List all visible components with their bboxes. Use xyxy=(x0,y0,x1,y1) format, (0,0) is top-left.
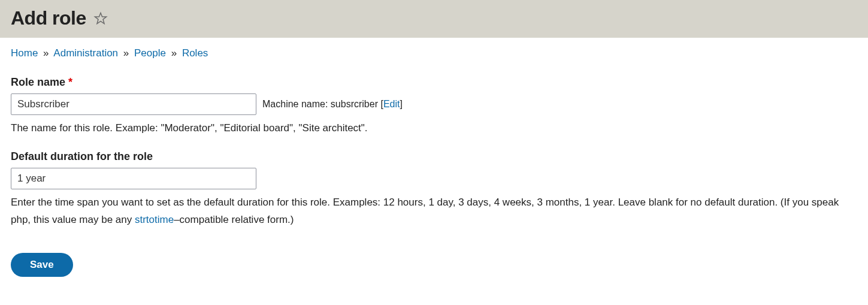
breadcrumb-separator: » xyxy=(123,47,129,59)
machine-name-text: Machine name: subsrcriber [Edit] xyxy=(262,99,403,110)
duration-description: Enter the time span you want to set as t… xyxy=(11,194,857,229)
star-icon[interactable] xyxy=(93,11,108,26)
required-marker: * xyxy=(68,76,72,88)
role-name-group: Role name * Machine name: subsrcriber [E… xyxy=(11,76,857,137)
role-name-row: Machine name: subsrcriber [Edit] xyxy=(11,93,857,115)
machine-name-edit-link[interactable]: Edit xyxy=(383,99,400,109)
page-header: Add role xyxy=(0,0,868,38)
svg-marker-0 xyxy=(95,13,106,23)
role-name-label: Role name * xyxy=(11,76,857,89)
duration-row xyxy=(11,168,857,189)
breadcrumb-people[interactable]: People xyxy=(134,47,166,59)
breadcrumb: Home » Administration » People » Roles xyxy=(11,47,857,59)
content: Home » Administration » People » Roles R… xyxy=(0,38,868,291)
duration-input[interactable] xyxy=(11,168,256,189)
page-title: Add role xyxy=(11,7,86,29)
duration-label: Default duration for the role xyxy=(11,150,857,163)
role-name-input[interactable] xyxy=(11,93,256,115)
duration-group: Default duration for the role Enter the … xyxy=(11,150,857,229)
save-button[interactable]: Save xyxy=(11,253,73,277)
breadcrumb-separator: » xyxy=(171,47,177,59)
role-name-description: The name for this role. Example: "Modera… xyxy=(11,120,857,137)
breadcrumb-administration[interactable]: Administration xyxy=(53,47,118,59)
breadcrumb-roles[interactable]: Roles xyxy=(182,47,208,59)
breadcrumb-separator: » xyxy=(43,47,49,59)
breadcrumb-home[interactable]: Home xyxy=(11,47,38,59)
strtotime-link[interactable]: strtotime xyxy=(135,214,174,225)
